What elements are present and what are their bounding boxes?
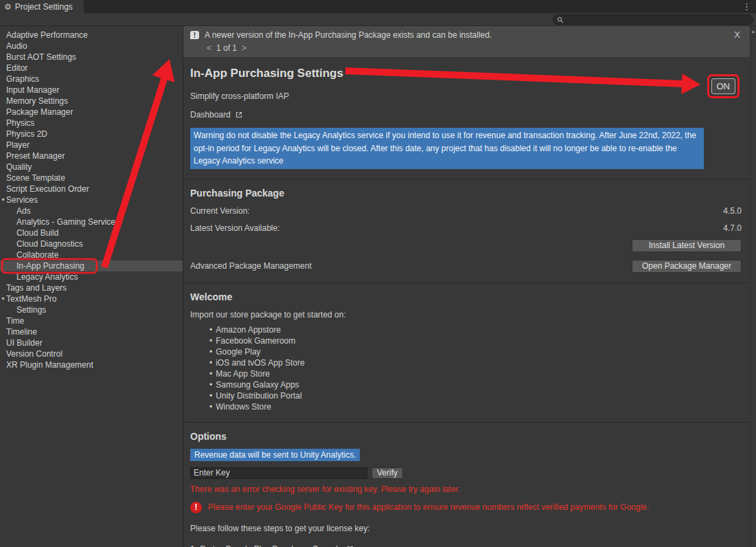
store-list-item: •Google Play bbox=[209, 346, 742, 357]
external-link-icon[interactable] bbox=[235, 111, 243, 119]
sidebar-item[interactable]: ▼ Burst AOT Settings bbox=[0, 52, 183, 63]
step-1-prefix: 1. Go to bbox=[190, 544, 220, 547]
bullet-icon: • bbox=[209, 325, 212, 335]
sidebar-item[interactable]: ▼ Legacy Analytics bbox=[0, 271, 183, 282]
sidebar-item-label: Player bbox=[6, 140, 30, 150]
bullet-icon: • bbox=[209, 391, 212, 401]
options-heading: Options bbox=[190, 431, 742, 442]
sidebar-item-label: Version Control bbox=[6, 349, 62, 359]
bullet-icon: • bbox=[209, 402, 212, 412]
vertical-scrollbar[interactable]: ▲ bbox=[750, 26, 756, 547]
sidebar-item[interactable]: ▼ Analytics - Gaming Services bbox=[0, 216, 183, 227]
sidebar-item-label: Burst AOT Settings bbox=[6, 52, 76, 62]
install-button-row: Install Latest Version bbox=[190, 239, 742, 252]
open-package-manager-button[interactable]: Open Package Manager bbox=[632, 260, 742, 273]
sidebar-item-label: Editor bbox=[6, 63, 27, 73]
store-name: Samsung Galaxy Apps bbox=[216, 380, 299, 390]
analytics-note: Revenue data will be sent to Unity Analy… bbox=[190, 449, 360, 461]
sidebar-item-label: Package Manager bbox=[6, 107, 73, 117]
sidebar-item[interactable]: ▼ Ads bbox=[0, 205, 183, 216]
foldout-icon[interactable]: ▼ bbox=[1, 293, 5, 304]
sidebar-item-label: Legacy Analytics bbox=[16, 272, 78, 282]
sidebar-item-label: Analytics - Gaming Services bbox=[16, 217, 119, 227]
sidebar-item-label: Services bbox=[6, 195, 38, 205]
banner-close-button[interactable]: X bbox=[734, 30, 740, 40]
banner-message: A newer version of the In-App Purchasing… bbox=[205, 30, 492, 40]
sidebar-item[interactable]: ▼ Settings bbox=[0, 304, 183, 315]
tab-project-settings[interactable]: ⚙ Project Settings bbox=[0, 0, 84, 13]
window-body: ▼ Adaptive Performance ▼ Audio ▼ Burst A… bbox=[0, 26, 756, 547]
store-list-item: •Amazon Appstore bbox=[209, 324, 742, 335]
sidebar-item[interactable]: ▼ Cloud Diagnostics bbox=[0, 238, 183, 249]
store-list-item: •Unity Distribution Portal bbox=[209, 390, 742, 401]
sidebar-item-label: Scene Template bbox=[6, 173, 65, 183]
sidebar-item[interactable]: ▼ Editor bbox=[0, 63, 183, 74]
sidebar-item[interactable]: ▼ Adaptive Performance bbox=[0, 30, 183, 41]
bullet-icon: • bbox=[209, 336, 212, 346]
divider bbox=[183, 282, 750, 283]
sidebar-item[interactable]: ▼ TextMesh Pro bbox=[0, 293, 183, 304]
sidebar-item-label: Tags and Layers bbox=[6, 283, 67, 293]
key-error-text: Please enter your Google Public Key for … bbox=[208, 502, 649, 512]
legacy-analytics-warning: Warning do not disable the Legacy Analyt… bbox=[190, 128, 704, 169]
sidebar-item[interactable]: ▼ XR Plugin Management bbox=[0, 359, 183, 370]
gear-icon: ⚙ bbox=[4, 3, 12, 11]
sidebar-item[interactable]: ▼ UI Builder bbox=[0, 337, 183, 348]
sidebar-item-label: UI Builder bbox=[6, 338, 43, 348]
banner-prev-button[interactable]: < bbox=[207, 43, 211, 53]
welcome-intro: Import our store package to get started … bbox=[190, 310, 742, 320]
foldout-icon[interactable]: ▼ bbox=[1, 194, 5, 205]
search-icon bbox=[557, 16, 564, 23]
sidebar-item[interactable]: ▼ Services bbox=[0, 194, 183, 205]
sidebar-item[interactable]: ▼ Tags and Layers bbox=[0, 282, 183, 293]
sidebar-item[interactable]: ▼ Scene Template bbox=[0, 172, 183, 183]
sidebar-item-label: Ads bbox=[16, 206, 31, 216]
divider bbox=[183, 422, 750, 423]
sidebar-item-label: Preset Manager bbox=[6, 151, 65, 161]
bullet-icon: • bbox=[209, 369, 212, 379]
sidebar-item[interactable]: ▼ Player bbox=[0, 139, 183, 150]
install-latest-version-button[interactable]: Install Latest Version bbox=[632, 239, 742, 252]
google-public-key-input[interactable] bbox=[190, 467, 367, 479]
page-title: In-App Purchasing Settings bbox=[190, 67, 742, 80]
store-list-item: •Windows Store bbox=[209, 401, 742, 412]
sidebar-item[interactable]: ▼ Graphics bbox=[0, 74, 183, 85]
store-name: Mac App Store bbox=[216, 369, 270, 379]
error-icon: ! bbox=[190, 502, 202, 513]
store-name: Facebook Gameroom bbox=[216, 336, 295, 346]
sidebar-item-label: Adaptive Performance bbox=[6, 30, 88, 40]
google-play-console-link[interactable]: Google Play Developer Console bbox=[225, 544, 343, 547]
sidebar-item[interactable]: ▼ Cloud Build bbox=[0, 227, 183, 238]
sidebar-item[interactable]: ▼ Quality bbox=[0, 161, 183, 172]
sidebar-item[interactable]: ▼ Input Manager bbox=[0, 85, 183, 96]
sidebar-item[interactable]: ▼ Preset Manager bbox=[0, 150, 183, 161]
iap-settings-panel: ON In-App Purchasing Settings Simplify c… bbox=[183, 57, 750, 547]
banner-next-button[interactable]: > bbox=[242, 43, 247, 53]
dashboard-link[interactable]: Dashboard bbox=[190, 110, 231, 120]
sidebar-item[interactable]: ▼ Package Manager bbox=[0, 107, 183, 118]
iap-toggle-button[interactable]: ON bbox=[711, 78, 736, 94]
scrollbar-up-icon[interactable]: ▲ bbox=[751, 29, 756, 34]
project-settings-window: ⚙ Project Settings ⋮ ▼ Adaptive Performa… bbox=[0, 0, 756, 547]
sidebar-item[interactable]: ▼ Physics 2D bbox=[0, 129, 183, 139]
search-input[interactable] bbox=[566, 16, 749, 24]
verify-button[interactable]: Verify bbox=[371, 467, 403, 479]
sidebar-item[interactable]: ▼ Collaborate bbox=[0, 249, 183, 260]
toolbar bbox=[0, 13, 756, 26]
search-box[interactable] bbox=[553, 14, 753, 25]
sidebar-item[interactable]: ▼ In-App Purchasing bbox=[0, 260, 183, 271]
kebab-menu-icon[interactable]: ⋮ bbox=[737, 0, 756, 13]
sidebar-item[interactable]: ▼ Memory Settings bbox=[0, 96, 183, 107]
sidebar-item-label: XR Plugin Management bbox=[6, 360, 93, 370]
sidebar-item[interactable]: ▼ Audio bbox=[0, 41, 183, 52]
update-banner: ! A newer version of the In-App Purchasi… bbox=[183, 26, 750, 57]
iap-toggle-annotation-box: ON bbox=[707, 74, 740, 98]
sidebar-item[interactable]: ▼ Physics bbox=[0, 118, 183, 129]
store-list: •Amazon Appstore •Facebook Gameroom •Goo… bbox=[209, 324, 742, 412]
sidebar-item[interactable]: ▼ Script Execution Order bbox=[0, 183, 183, 194]
sidebar-item[interactable]: ▼ Timeline bbox=[0, 326, 183, 337]
sidebar-item[interactable]: ▼ Time bbox=[0, 315, 183, 326]
sidebar-item[interactable]: ▼ Version Control bbox=[0, 348, 183, 359]
sidebar-item-label: Collaborate bbox=[16, 250, 58, 260]
latest-version-row: Latest Version Available: 4.7.0 bbox=[190, 223, 742, 233]
